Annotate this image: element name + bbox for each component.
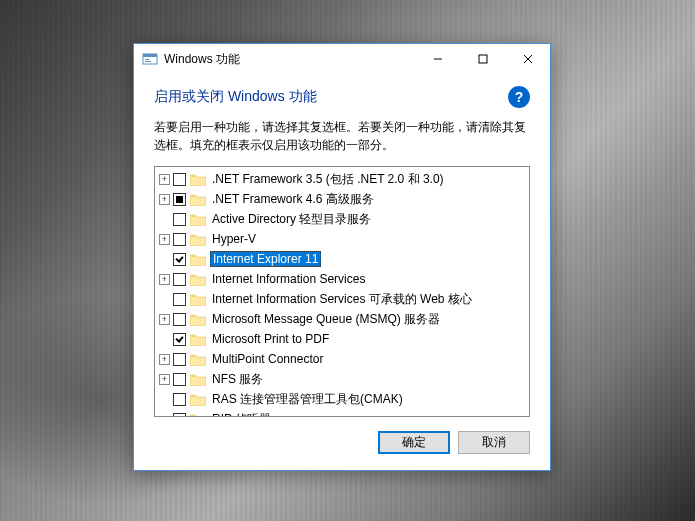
expand-icon[interactable]: + — [159, 374, 170, 385]
help-icon[interactable]: ? — [508, 86, 530, 108]
feature-item[interactable]: +Active Directory 轻型目录服务 — [155, 209, 529, 229]
feature-item[interactable]: +RAS 连接管理器管理工具包(CMAK) — [155, 389, 529, 409]
folder-icon — [190, 173, 206, 186]
feature-label[interactable]: Internet Information Services — [210, 272, 367, 286]
svg-rect-3 — [145, 61, 151, 62]
titlebar[interactable]: Windows 功能 — [134, 44, 550, 74]
feature-checkbox[interactable] — [173, 313, 186, 326]
feature-label[interactable]: Microsoft Print to PDF — [210, 332, 331, 346]
expand-icon[interactable]: + — [159, 174, 170, 185]
expand-icon[interactable]: + — [159, 274, 170, 285]
feature-label[interactable]: .NET Framework 4.6 高级服务 — [210, 191, 376, 208]
feature-checkbox[interactable] — [173, 353, 186, 366]
feature-item[interactable]: +Microsoft Print to PDF — [155, 329, 529, 349]
feature-label[interactable]: Active Directory 轻型目录服务 — [210, 211, 373, 228]
folder-icon — [190, 353, 206, 366]
heading-row: 启用或关闭 Windows 功能 ? — [154, 86, 530, 108]
feature-item[interactable]: +Internet Information Services 可承载的 Web … — [155, 289, 529, 309]
feature-label[interactable]: MultiPoint Connector — [210, 352, 325, 366]
feature-item[interactable]: +RIP 侦听器 — [155, 409, 529, 417]
feature-label[interactable]: .NET Framework 3.5 (包括 .NET 2.0 和 3.0) — [210, 171, 446, 188]
folder-icon — [190, 293, 206, 306]
features-tree[interactable]: +.NET Framework 3.5 (包括 .NET 2.0 和 3.0)+… — [154, 166, 530, 417]
expand-icon[interactable]: + — [159, 314, 170, 325]
folder-icon — [190, 393, 206, 406]
feature-checkbox[interactable] — [173, 293, 186, 306]
feature-label[interactable]: Internet Information Services 可承载的 Web 核… — [210, 291, 474, 308]
folder-icon — [190, 333, 206, 346]
feature-checkbox[interactable] — [173, 273, 186, 286]
feature-item[interactable]: +Microsoft Message Queue (MSMQ) 服务器 — [155, 309, 529, 329]
expand-icon[interactable]: + — [159, 234, 170, 245]
feature-checkbox[interactable] — [173, 173, 186, 186]
svg-rect-2 — [145, 59, 149, 60]
expand-icon[interactable]: + — [159, 354, 170, 365]
feature-label[interactable]: Microsoft Message Queue (MSMQ) 服务器 — [210, 311, 442, 328]
feature-checkbox[interactable] — [173, 253, 186, 266]
folder-icon — [190, 273, 206, 286]
folder-icon — [190, 233, 206, 246]
feature-item[interactable]: +MultiPoint Connector — [155, 349, 529, 369]
dialog-heading: 启用或关闭 Windows 功能 — [154, 88, 317, 106]
feature-checkbox[interactable] — [173, 333, 186, 346]
expand-icon[interactable]: + — [159, 194, 170, 205]
close-button[interactable] — [505, 44, 550, 74]
feature-checkbox[interactable] — [173, 393, 186, 406]
dialog-description: 若要启用一种功能，请选择其复选框。若要关闭一种功能，请清除其复选框。填充的框表示… — [154, 118, 530, 154]
feature-item[interactable]: +.NET Framework 3.5 (包括 .NET 2.0 和 3.0) — [155, 169, 529, 189]
svg-rect-1 — [143, 54, 157, 57]
folder-icon — [190, 373, 206, 386]
window-title: Windows 功能 — [164, 51, 415, 68]
feature-label[interactable]: RAS 连接管理器管理工具包(CMAK) — [210, 391, 405, 408]
cancel-button[interactable]: 取消 — [458, 431, 530, 454]
windows-features-dialog: Windows 功能 启用或关闭 Windows 功能 ? 若要启用一种功能，请… — [133, 43, 551, 471]
app-icon — [142, 51, 158, 67]
feature-checkbox[interactable] — [173, 193, 186, 206]
feature-label[interactable]: RIP 侦听器 — [210, 411, 273, 418]
feature-item[interactable]: +Hyper-V — [155, 229, 529, 249]
maximize-button[interactable] — [460, 44, 505, 74]
feature-checkbox[interactable] — [173, 373, 186, 386]
folder-icon — [190, 413, 206, 418]
feature-item[interactable]: +Internet Explorer 11 — [155, 249, 529, 269]
svg-rect-5 — [479, 55, 487, 63]
feature-checkbox[interactable] — [173, 213, 186, 226]
feature-checkbox[interactable] — [173, 413, 186, 418]
feature-checkbox[interactable] — [173, 233, 186, 246]
feature-label[interactable]: Internet Explorer 11 — [210, 251, 321, 267]
dialog-content: 启用或关闭 Windows 功能 ? 若要启用一种功能，请选择其复选框。若要关闭… — [134, 74, 550, 470]
minimize-button[interactable] — [415, 44, 460, 74]
folder-icon — [190, 313, 206, 326]
feature-item[interactable]: +Internet Information Services — [155, 269, 529, 289]
feature-item[interactable]: +NFS 服务 — [155, 369, 529, 389]
feature-label[interactable]: NFS 服务 — [210, 371, 265, 388]
folder-icon — [190, 253, 206, 266]
feature-item[interactable]: +.NET Framework 4.6 高级服务 — [155, 189, 529, 209]
folder-icon — [190, 213, 206, 226]
dialog-buttons: 确定 取消 — [154, 431, 530, 454]
feature-label[interactable]: Hyper-V — [210, 232, 258, 246]
folder-icon — [190, 193, 206, 206]
ok-button[interactable]: 确定 — [378, 431, 450, 454]
